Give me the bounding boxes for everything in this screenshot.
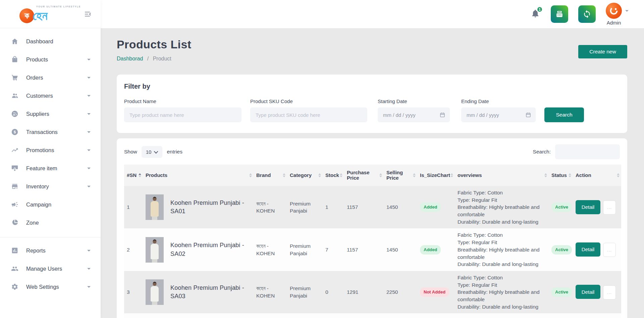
sidebar-item-customers[interactable]: Customers [0,87,101,105]
admin-profile-menu[interactable]: Admin [606,3,629,26]
breadcrumb: Dashborad / Product [117,56,191,62]
create-new-button[interactable]: Create new [578,45,627,58]
sort-icon[interactable] [283,173,285,177]
cell-action: Detail... [573,313,621,318]
sidebar-item-label: Customers [26,93,53,99]
more-button[interactable]: ... [603,200,616,215]
breadcrumb-dashboard-link[interactable]: Dashborad [117,56,143,61]
cell-category [287,313,323,318]
sort-icon[interactable] [617,173,620,177]
sort-icon[interactable] [249,173,252,177]
cell-sn: 3 [124,271,143,313]
sidebar-item-label: Transactions [26,129,58,135]
sort-icon[interactable] [139,173,141,177]
brand-logo[interactable]: YOUR ULTIMATE LIFESTYLE ক হেন [19,5,48,23]
sidebar-item-dashboard[interactable]: Dashboard [0,32,101,50]
detail-button[interactable]: Detail [576,285,600,299]
sync-button[interactable] [578,5,596,23]
sidebar-item-transactions[interactable]: $Transactions [0,123,101,141]
cell-status: Active [549,228,573,271]
show-entries: Show 10 entries [124,146,182,158]
column-header-overviews[interactable]: overviews [455,165,549,186]
sidebar-collapse-icon[interactable] [84,10,92,18]
page-head: Products List Dashborad / Product Create… [117,38,627,62]
sidebar-item-promotions[interactable]: Promotions [0,141,101,159]
sidebar-item-campaign[interactable]: Campaign [0,195,101,214]
sidebar-item-label: Campaign [26,201,51,208]
detail-button[interactable]: Detail [576,242,600,257]
column-header--sn[interactable]: #SN [124,165,143,186]
admin-label: Admin [607,20,621,26]
sidebar-item-inventory[interactable]: Inventory [0,177,101,195]
page-size-select[interactable]: 10 [142,146,163,158]
sort-icon[interactable] [569,173,571,177]
start-date-input[interactable]: mm / dd / yyyy [378,107,450,122]
sort-icon[interactable] [450,173,453,177]
sort-icon[interactable] [413,173,416,177]
cell-action: Detail... [573,271,621,313]
pos-button[interactable] [551,5,568,23]
sort-icon[interactable] [544,173,547,177]
sidebar-item-orders[interactable]: Orders [0,69,101,87]
entries-label: entries [167,149,182,155]
sku-input[interactable] [250,107,367,122]
end-date-input[interactable]: mm / dd / yyyy [461,107,536,122]
sidebar-item-zone[interactable]: Zone [0,214,101,232]
sort-icon[interactable] [340,173,342,177]
column-header-products[interactable]: Products [143,165,254,186]
more-button[interactable]: ... [603,243,616,257]
end-date-label: Ending Date [461,98,544,104]
sort-icon[interactable] [379,173,382,177]
sidebar-item-manage-users[interactable]: Manage Users [0,260,101,278]
column-label: Is_SizeChart [420,172,450,178]
bag-icon [11,55,19,63]
notifications-button[interactable]: 1 [531,9,540,19]
page-title: Products List [117,38,191,51]
cell-sn: 2 [124,228,143,271]
column-header-is-sizechart[interactable]: Is_SizeChart [417,165,455,186]
sidebar-item-reports[interactable]: Reports [0,241,101,260]
sidebar-item-web-settings[interactable]: Web Settings [0,278,101,296]
table-body: 1Koohen Premium Punjabi - SA01কহেন - KOH… [124,186,621,318]
filter-search-button[interactable]: Search [544,107,584,122]
logo-mark: ক [19,8,34,23]
sidebar-item-feature-item[interactable]: Feature item [0,159,101,177]
sidebar-item-suppliers[interactable]: Suppliers [0,105,101,123]
sidebar-item-label: Dashboard [26,38,53,45]
chevron-down-icon [87,113,91,115]
sizechart-badge: Not Added [420,287,449,297]
brand-tagline: YOUR ULTIMATE LIFESTYLE [36,5,81,8]
detail-button[interactable]: Detail [576,200,600,214]
sidebar-nav-bottom: ReportsManage UsersWeb Settings [0,241,101,296]
column-header-brand[interactable]: Brand [254,165,287,186]
overview-line: Fabric Type: Cotton [458,189,546,196]
users-icon [11,92,19,100]
table-controls: Show 10 entries Search: [124,142,620,165]
sidebar-item-products[interactable]: Products [0,50,101,69]
sort-icon[interactable] [318,173,321,177]
column-label: Products [146,172,167,178]
column-header-selling-price[interactable]: Selling Price [384,165,417,186]
cell-sizechart: Added [417,228,455,271]
chevron-down-icon [87,95,91,97]
chevron-down-icon [87,250,91,252]
more-button[interactable]: ... [603,285,616,300]
column-header-purchase-price[interactable]: Purchase Price [344,165,384,186]
product-name: Koohen Premium Punjabi - SA02 [170,241,251,258]
products-table: #SNProductsBrandCategoryStockPurchase Pr… [124,165,621,318]
cell-sizechart [417,313,455,318]
show-label: Show [124,149,137,155]
overview-line: Durability: Durable and long-lasting [458,303,546,311]
column-header-stock[interactable]: Stock [323,165,344,186]
product-name-input[interactable] [124,107,241,122]
cell-sn: 1 [124,186,143,228]
cell-overviews: Fabric Type: CottonType: Regular FitBrea… [455,313,549,318]
table-search-input[interactable] [555,144,620,159]
column-header-action[interactable]: Action [573,165,621,186]
overview-line: Type: Regular Fit [458,239,546,246]
sidebar-item-label: Web Settings [26,284,59,290]
column-header-status[interactable]: Status [549,165,573,186]
column-header-category[interactable]: Category [287,165,323,186]
overview-line: Type: Regular Fit [458,281,546,289]
sidebar-item-label: Suppliers [26,111,49,117]
